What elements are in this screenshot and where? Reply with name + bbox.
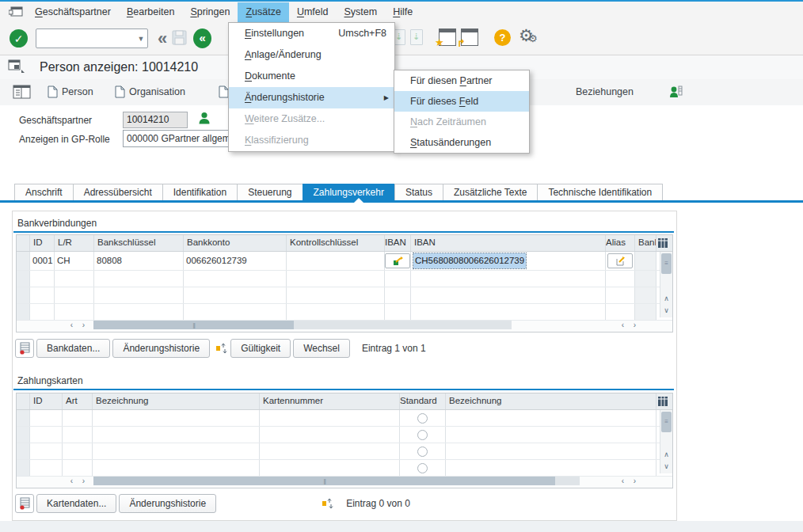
scroll-left-icon[interactable]: ‹ — [66, 476, 78, 486]
table-cell[interactable] — [635, 271, 656, 287]
table-cell[interactable] — [93, 443, 260, 459]
header-lr[interactable]: L/R — [55, 235, 94, 251]
new-session-icon[interactable]: ★ — [439, 28, 456, 46]
table-config-icon[interactable] — [656, 393, 668, 409]
chevron-down-icon[interactable]: ▼ — [135, 35, 147, 43]
scrollbar-thumb[interactable]: ≡ — [661, 253, 672, 274]
table-cell[interactable] — [63, 410, 93, 426]
system-menu-icon[interactable] — [6, 6, 25, 18]
cell-kontrollschluessel[interactable] — [287, 252, 385, 270]
table-cell[interactable] — [93, 410, 260, 426]
scroll-down-icon[interactable]: ∨ — [660, 305, 672, 317]
standard-radio[interactable] — [417, 446, 428, 457]
iban-detail-button[interactable] — [385, 253, 410, 268]
header-kartennummer[interactable]: Kartennummer — [260, 393, 400, 409]
table-cell[interactable] — [94, 287, 184, 303]
bankdaten-button[interactable]: Bankdaten... — [36, 339, 110, 358]
cell-bankkonto[interactable]: 006626012739 — [184, 252, 287, 270]
scrollbar-thumb[interactable]: ≡ — [661, 412, 672, 432]
standard-radio[interactable] — [417, 430, 428, 440]
table-cell[interactable] — [184, 304, 287, 320]
relations-button[interactable]: Beziehungen — [576, 79, 634, 104]
exit-icon[interactable]: « — [193, 28, 211, 48]
table-cell[interactable] — [17, 304, 30, 320]
header-selector[interactable] — [17, 393, 30, 409]
sort-columns-icon[interactable] — [322, 497, 333, 510]
partner-value-field[interactable]: 10014210 — [123, 112, 188, 128]
table-cell[interactable] — [606, 287, 635, 303]
scroll-down-icon[interactable]: ∨ — [660, 461, 672, 473]
header-bankschluessel[interactable]: Bankschlüssel — [94, 235, 184, 251]
menu-item-anlage-aenderung[interactable]: Anlage/Änderung — [229, 44, 394, 66]
tab-zahlungsverkehr[interactable]: Zahlungsverkehr — [303, 184, 394, 202]
table-cell[interactable] — [400, 427, 446, 443]
table-cell[interactable] — [385, 271, 411, 287]
table-cell[interactable] — [184, 287, 287, 303]
scrollbar-track[interactable]: ||| — [93, 477, 580, 485]
menu-geschaeftspartner[interactable]: Geschäftspartner — [27, 2, 119, 22]
table-cell[interactable] — [635, 304, 656, 320]
table-cell[interactable] — [30, 287, 55, 303]
table-cell[interactable] — [17, 460, 30, 476]
header-id[interactable]: ID — [30, 393, 63, 409]
header-bankkonto[interactable]: Bankkonto — [184, 235, 287, 251]
cell-iban[interactable]: CH5680808006626012739 — [411, 252, 606, 270]
table-cell[interactable] — [184, 271, 287, 287]
kartendaten-button[interactable]: Kartendaten... — [36, 494, 116, 513]
menu-springen[interactable]: Springen — [182, 2, 238, 22]
table-cell[interactable] — [411, 271, 606, 287]
create-organisation-button[interactable]: Organisation — [115, 79, 185, 104]
table-cell[interactable] — [260, 460, 400, 476]
standard-radio[interactable] — [417, 463, 428, 473]
alias-button[interactable] — [607, 253, 633, 268]
scroll-left-icon[interactable]: ‹ — [617, 476, 629, 486]
scroll-right-icon[interactable]: › — [78, 476, 89, 486]
table-cell[interactable] — [287, 271, 385, 287]
menu-item-einstellungen[interactable]: Einstellungen Umsch+F8 — [229, 23, 394, 44]
scroll-right-icon[interactable]: › — [78, 320, 89, 330]
bank-row-1[interactable]: 0001 CH 80808 006626012739 CH56808080066… — [17, 252, 672, 271]
header-id[interactable]: ID — [30, 235, 55, 251]
header-bezeichnung-2[interactable]: Bezeichnung — [446, 393, 656, 409]
table-cell[interactable] — [446, 443, 656, 459]
scrollbar-track[interactable]: ||| — [93, 321, 512, 329]
table-cell[interactable] — [17, 443, 30, 459]
enter-check-icon[interactable]: ✓ — [10, 29, 28, 48]
scrollbar-thumb[interactable]: ||| — [93, 477, 555, 485]
table-cell[interactable] — [606, 304, 635, 320]
table-cell[interactable] — [63, 427, 93, 443]
scroll-left-icon[interactable]: ‹ — [617, 320, 629, 330]
table-cell[interactable] — [411, 287, 606, 303]
table-cell[interactable] — [400, 410, 446, 426]
submenu-item-statusaenderungen[interactable]: Statusänderungen — [394, 132, 529, 153]
table-config-icon[interactable] — [656, 235, 668, 251]
table-cell[interactable] — [17, 271, 30, 287]
tab-steuerung[interactable]: Steuerung — [237, 184, 302, 202]
table-cell[interactable] — [17, 427, 30, 443]
table-cell[interactable] — [606, 271, 635, 287]
table-row-empty[interactable] — [17, 427, 672, 443]
table-cell[interactable] — [30, 410, 63, 426]
table-row-empty[interactable] — [17, 287, 672, 304]
download-icon[interactable]: ⇣ — [410, 29, 423, 45]
table-cell[interactable] — [400, 460, 446, 476]
table-cell[interactable] — [94, 271, 184, 287]
table-cell[interactable] — [446, 427, 656, 443]
table-cell[interactable] — [30, 271, 55, 287]
cell-bank[interactable] — [635, 252, 656, 270]
aenderungshistorie-button[interactable]: Änderungshistorie — [112, 339, 210, 358]
tab-anschrift[interactable]: Anschrift — [14, 184, 73, 202]
scroll-up-icon[interactable]: ∧ — [660, 293, 672, 305]
bank-vertical-scrollbar[interactable]: ≡ ∧ ∨ — [660, 252, 672, 317]
scroll-right-icon[interactable]: › — [629, 320, 641, 330]
back-icon[interactable]: « — [158, 28, 166, 49]
menu-bearbeiten[interactable]: Bearbeiten — [119, 2, 182, 22]
table-row-empty[interactable] — [17, 410, 672, 427]
menu-item-aenderungshistorie[interactable]: Änderungshistorie ▶ — [229, 87, 394, 108]
shortcut-icon[interactable]: ↱ — [461, 28, 478, 46]
delete-row-button[interactable] — [15, 339, 34, 358]
table-cell[interactable] — [55, 271, 94, 287]
sort-columns-icon[interactable] — [215, 342, 227, 355]
customize-gears-icon[interactable]: ⚙⚙ — [519, 28, 539, 47]
aenderungshistorie-button[interactable]: Änderungshistorie — [119, 494, 216, 513]
